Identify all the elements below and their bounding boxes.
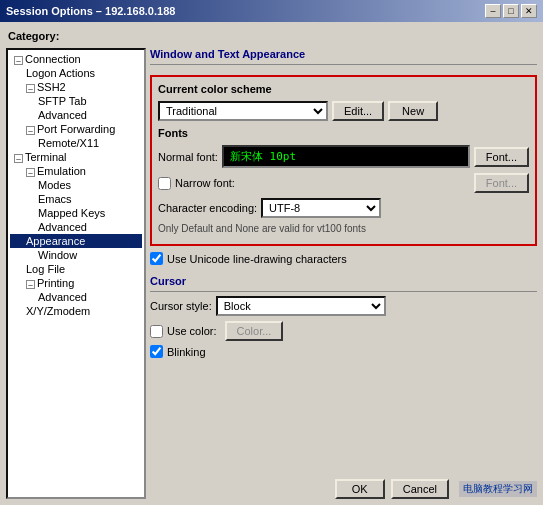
normal-font-button[interactable]: Font... bbox=[474, 147, 529, 167]
right-panel: Window and Text Appearance Current color… bbox=[150, 48, 537, 499]
blinking-label: Blinking bbox=[167, 346, 206, 358]
narrow-font-label: Narrow font: bbox=[175, 177, 235, 189]
cancel-button[interactable]: Cancel bbox=[391, 479, 449, 499]
fonts-label: Fonts bbox=[158, 127, 529, 139]
sidebar-item-sftp-tab[interactable]: SFTP Tab bbox=[10, 94, 142, 108]
normal-font-display: 新宋体 10pt bbox=[222, 145, 470, 168]
use-color-checkbox[interactable] bbox=[150, 325, 163, 338]
close-button[interactable]: ✕ bbox=[521, 4, 537, 18]
color-scheme-select[interactable]: Traditional Classic Modern Dark bbox=[158, 101, 328, 121]
encoding-hint: Only Default and None are valid for vt10… bbox=[158, 223, 529, 234]
window-title: Session Options – 192.168.0.188 bbox=[6, 5, 175, 17]
sidebar-item-port-forwarding[interactable]: –Port Forwarding bbox=[10, 122, 142, 136]
sidebar-item-advanced-print[interactable]: Advanced bbox=[10, 290, 142, 304]
char-encoding-row: Character encoding: UTF-8 GBK GB2312 Big… bbox=[158, 198, 529, 218]
title-bar-controls: – □ ✕ bbox=[485, 4, 537, 18]
unicode-checkbox[interactable] bbox=[150, 252, 163, 265]
watermark: 电脑教程学习网 bbox=[459, 481, 537, 497]
sidebar-item-printing[interactable]: –Printing bbox=[10, 276, 142, 290]
color-scheme-label: Current color scheme bbox=[158, 83, 529, 95]
expand-printing-icon: – bbox=[26, 280, 35, 289]
cursor-section-title: Cursor bbox=[150, 275, 537, 292]
color-scheme-row: Traditional Classic Modern Dark Edit... … bbox=[158, 101, 529, 121]
blinking-checkbox[interactable] bbox=[150, 345, 163, 358]
cursor-style-select[interactable]: Block Underline Vertical Bar bbox=[216, 296, 386, 316]
sidebar-item-remote-x11[interactable]: Remote/X11 bbox=[10, 136, 142, 150]
sidebar-item-modes[interactable]: Modes bbox=[10, 178, 142, 192]
sidebar-item-log-file[interactable]: Log File bbox=[10, 262, 142, 276]
sidebar-item-emulation[interactable]: –Emulation bbox=[10, 164, 142, 178]
sidebar-item-xyz-modem[interactable]: X/Y/Zmodem bbox=[10, 304, 142, 318]
sidebar-item-connection[interactable]: –Connection bbox=[10, 52, 142, 66]
title-bar: Session Options – 192.168.0.188 – □ ✕ bbox=[0, 0, 543, 22]
cursor-style-row: Cursor style: Block Underline Vertical B… bbox=[150, 296, 537, 316]
expand-terminal-icon: – bbox=[14, 154, 23, 163]
restore-button[interactable]: □ bbox=[503, 4, 519, 18]
window-body: Category: –Connection Logon Actions –SSH… bbox=[0, 22, 543, 505]
use-color-row: Use color: Color... bbox=[150, 321, 537, 341]
normal-font-label: Normal font: bbox=[158, 151, 218, 163]
unicode-label: Use Unicode line-drawing characters bbox=[167, 253, 347, 265]
char-encoding-label: Character encoding: bbox=[158, 202, 257, 214]
sidebar-item-logon-actions[interactable]: Logon Actions bbox=[10, 66, 142, 80]
section-title: Window and Text Appearance bbox=[150, 48, 537, 65]
unicode-checkbox-row: Use Unicode line-drawing characters bbox=[150, 252, 537, 265]
use-color-label: Use color: bbox=[167, 325, 217, 337]
encoding-select[interactable]: UTF-8 GBK GB2312 Big5 ISO-8859-1 bbox=[261, 198, 381, 218]
ok-button[interactable]: OK bbox=[335, 479, 385, 499]
bottom-bar: OK Cancel 电脑教程学习网 bbox=[150, 475, 537, 499]
narrow-font-row: Narrow font: Font... bbox=[158, 173, 529, 193]
expand-emulation-icon: – bbox=[26, 168, 35, 177]
color-fonts-section: Current color scheme Traditional Classic… bbox=[150, 75, 537, 246]
sidebar-item-terminal[interactable]: –Terminal bbox=[10, 150, 142, 164]
sidebar-item-mapped-keys[interactable]: Mapped Keys bbox=[10, 206, 142, 220]
content-area: –Connection Logon Actions –SSH2 SFTP Tab… bbox=[6, 48, 537, 499]
sidebar-item-ssh2[interactable]: –SSH2 bbox=[10, 80, 142, 94]
sidebar-item-appearance[interactable]: Appearance bbox=[10, 234, 142, 248]
edit-color-button[interactable]: Edit... bbox=[332, 101, 384, 121]
category-label: Category: bbox=[6, 28, 537, 44]
minimize-button[interactable]: – bbox=[485, 4, 501, 18]
new-color-button[interactable]: New bbox=[388, 101, 438, 121]
cursor-style-label: Cursor style: bbox=[150, 300, 212, 312]
normal-font-row: Normal font: 新宋体 10pt Font... bbox=[158, 145, 529, 168]
expand-connection-icon: – bbox=[14, 56, 23, 65]
blinking-row: Blinking bbox=[150, 345, 537, 358]
sidebar-item-advanced-term[interactable]: Advanced bbox=[10, 220, 142, 234]
expand-port-forwarding-icon: – bbox=[26, 126, 35, 135]
category-tree[interactable]: –Connection Logon Actions –SSH2 SFTP Tab… bbox=[6, 48, 146, 499]
expand-ssh2-icon: – bbox=[26, 84, 35, 93]
sidebar-item-emacs[interactable]: Emacs bbox=[10, 192, 142, 206]
sidebar-item-advanced-ssh[interactable]: Advanced bbox=[10, 108, 142, 122]
spacer bbox=[150, 368, 537, 469]
sidebar-item-window[interactable]: Window bbox=[10, 248, 142, 262]
cursor-section: Cursor Cursor style: Block Underline Ver… bbox=[150, 275, 537, 362]
narrow-font-button[interactable]: Font... bbox=[474, 173, 529, 193]
narrow-font-checkbox[interactable] bbox=[158, 177, 171, 190]
color-button[interactable]: Color... bbox=[225, 321, 284, 341]
